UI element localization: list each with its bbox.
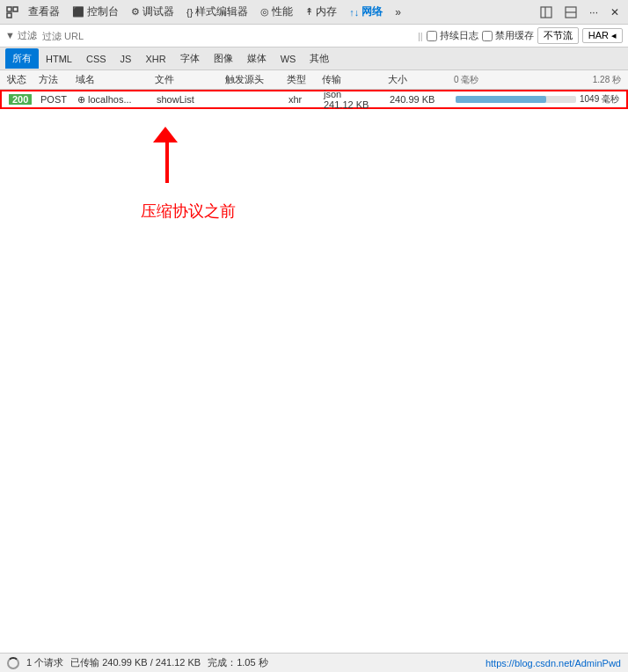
arrow-shaft <box>165 139 169 183</box>
url-filter-input[interactable] <box>42 31 413 41</box>
close-icon: ✕ <box>610 6 619 18</box>
persist-log-checkbox[interactable]: 持续日志 <box>427 29 478 42</box>
filter-icon: ▼ 过滤 <box>5 29 37 42</box>
col-header-type[interactable]: 类型 <box>283 73 318 86</box>
tab-all[interactable]: 所有 <box>5 48 39 69</box>
tab-all-label: 所有 <box>12 53 32 63</box>
console-tab[interactable]: ⬛ 控制台 <box>69 3 122 21</box>
cell-transfer-type: json 241.12 KB <box>320 89 386 110</box>
tab-font[interactable]: 字体 <box>173 48 207 69</box>
persist-log-label: 持续日志 <box>440 29 478 42</box>
cell-type: xhr <box>285 94 320 105</box>
memory-icon: ↟ <box>305 6 313 18</box>
dock-bottom-button[interactable] <box>561 4 581 20</box>
col-header-file[interactable]: 文件 <box>151 73 222 86</box>
inspector-tab[interactable]: 查看器 <box>25 3 63 21</box>
timeline-bar-container <box>456 96 576 103</box>
status-url[interactable]: https://blog.csdn.net/AdminPwd <box>486 658 621 668</box>
throttle-label: 不节流 <box>544 30 573 40</box>
col-header-timeline[interactable]: 0 毫秒 1.28 秒 <box>450 74 624 86</box>
more-tools-button[interactable]: » <box>391 4 405 20</box>
style-icon: {} <box>186 7 193 18</box>
tab-xhr[interactable]: XHR <box>138 50 172 68</box>
status-info: 1 个请求 已传输 240.99 KB / 241.12 KB 完成：1.05 … <box>7 656 268 669</box>
style-editor-tab[interactable]: {} 样式编辑器 <box>183 3 252 21</box>
timeline-start-label: 0 毫秒 <box>454 74 478 86</box>
tab-image[interactable]: 图像 <box>207 48 240 69</box>
ellipsis-icon: ··· <box>589 6 598 18</box>
perf-icon: ◎ <box>260 6 269 18</box>
tab-ws[interactable]: WS <box>274 50 303 68</box>
col-header-status[interactable]: 状态 <box>4 73 35 86</box>
devtools-toolbar: 查看器 ⬛ 控制台 ⚙ 调试器 {} 样式编辑器 ◎ 性能 ↟ 内存 ↑↓ 网络… <box>0 0 628 25</box>
tab-other[interactable]: 其他 <box>303 48 336 69</box>
arrow-graphic <box>141 127 194 197</box>
persist-log-input[interactable] <box>427 31 437 41</box>
memory-tab[interactable]: ↟ 内存 <box>302 3 340 21</box>
network-tab[interactable]: ↑↓ 网络 <box>346 3 386 21</box>
col-header-transfer[interactable]: 传输 <box>318 73 384 86</box>
throttle-dropdown[interactable]: 不节流 <box>537 27 579 44</box>
cell-size: 240.99 KB <box>386 94 452 105</box>
dock-left-icon <box>540 6 552 18</box>
tab-media-label: 媒体 <box>247 53 267 63</box>
tab-html[interactable]: HTML <box>39 50 79 68</box>
col-header-domain[interactable]: 域名 <box>72 73 151 86</box>
status-badge: 200 <box>9 94 32 105</box>
cell-status: 200 <box>5 94 37 105</box>
url-filter-bar: ▼ 过滤 || 持续日志 禁用缓存 不节流 HAR ◂ <box>0 25 628 47</box>
style-label: 样式编辑器 <box>195 4 248 19</box>
console-icon: ⬛ <box>72 6 84 18</box>
loading-icon <box>7 657 19 669</box>
disable-cache-checkbox[interactable]: 禁用缓存 <box>482 29 534 42</box>
debugger-label: 调试器 <box>142 4 174 19</box>
performance-tab[interactable]: ◎ 性能 <box>257 3 296 21</box>
table-row[interactable]: 200 POST ⊕ localhos... showList xhr json… <box>0 90 628 109</box>
requests-count: 1 个请求 <box>26 656 63 669</box>
col-header-method[interactable]: 方法 <box>35 73 72 86</box>
annotation-group: 压缩协议之前 <box>141 127 236 222</box>
tab-other-label: 其他 <box>310 53 329 63</box>
disable-cache-input[interactable] <box>482 31 493 41</box>
network-icon: ↑↓ <box>349 7 359 18</box>
more-icon: » <box>395 6 401 18</box>
network-content-area: 压缩协议之前 <box>0 109 628 653</box>
transferred-info: 已传输 240.99 KB / 241.12 KB <box>70 656 201 669</box>
svg-rect-1 <box>7 13 11 18</box>
tab-css[interactable]: CSS <box>79 50 113 68</box>
table-column-headers: 状态 方法 域名 文件 触发源头 类型 传输 大小 0 毫秒 1.28 秒 <box>0 70 628 90</box>
annotation-text: 压缩协议之前 <box>141 201 236 222</box>
more-options-button[interactable]: ··· <box>586 4 602 20</box>
cell-file: showList <box>153 94 223 105</box>
har-button[interactable]: HAR ◂ <box>582 28 623 43</box>
status-bar: 1 个请求 已传输 240.99 KB / 241.12 KB 完成：1.05 … <box>0 653 628 672</box>
dock-left-button[interactable] <box>537 4 556 20</box>
inspect-icon[interactable] <box>5 5 19 19</box>
timeline-end-label: 1.28 秒 <box>593 74 621 86</box>
tab-xhr-label: XHR <box>145 54 165 64</box>
cell-timeline: 1049 毫秒 <box>452 93 623 106</box>
tab-media[interactable]: 媒体 <box>240 48 274 69</box>
col-header-initiator[interactable]: 触发源头 <box>222 73 283 86</box>
col-header-size[interactable]: 大小 <box>384 73 450 86</box>
tab-js-label: JS <box>120 54 132 64</box>
timeline-duration-label: 1049 毫秒 <box>580 93 619 106</box>
tab-css-label: CSS <box>86 54 106 64</box>
console-label: 控制台 <box>87 4 119 19</box>
svg-rect-3 <box>541 7 551 18</box>
cell-domain: ⊕ localhos... <box>74 94 153 106</box>
tab-image-label: 图像 <box>214 53 233 63</box>
tab-ws-label: WS <box>281 54 296 64</box>
arrow-head <box>153 127 178 142</box>
close-button[interactable]: ✕ <box>607 4 623 20</box>
inspector-label: 查看器 <box>28 4 60 19</box>
svg-rect-2 <box>13 7 18 11</box>
pipe-separator: || <box>418 31 423 41</box>
tab-js[interactable]: JS <box>113 50 139 68</box>
finished-info: 完成：1.05 秒 <box>208 656 267 669</box>
disable-cache-label: 禁用缓存 <box>495 29 534 42</box>
tab-html-label: HTML <box>46 54 72 64</box>
debugger-tab[interactable]: ⚙ 调试器 <box>128 3 178 21</box>
dock-bottom-icon <box>565 6 577 18</box>
blog-url: https://blog.csdn.net/AdminPwd <box>486 658 621 668</box>
